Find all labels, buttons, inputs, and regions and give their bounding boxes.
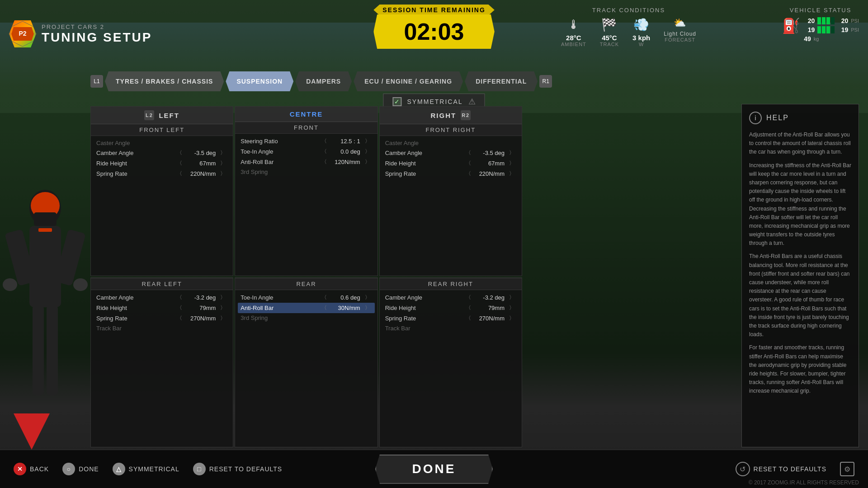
anti-roll-front-row[interactable]: Anti-Roll Bar 〈 120N/mm 〉 [241, 158, 372, 166]
svg-point-8 [3, 278, 17, 291]
sym-label: SYMMETRICAL [407, 98, 462, 105]
character-silhouette [0, 181, 90, 452]
track-bar-left-row: Track Bar [96, 325, 227, 332]
logo-title: TUNING SETUP [42, 30, 152, 45]
toe-in-front-value: 0.0 deg [329, 148, 360, 155]
back-button-icon: ✕ [14, 463, 26, 475]
nav-right-btn[interactable]: R1 [539, 75, 552, 88]
forecast: ⛅ Light Cloud FORECAST [664, 17, 696, 42]
logo-icon: P2 [9, 20, 36, 47]
panel-rear-right: REAR RIGHT Camber Angle 〈 -3.2 deg 〉 Rid… [379, 277, 522, 447]
session-time: 02:03 [373, 14, 495, 49]
weight-val: 49 [804, 35, 811, 42]
spring-rate-rear-left-row[interactable]: Spring Rate 〈 270N/mm 〉 [96, 314, 227, 322]
svg-text:P2: P2 [19, 30, 26, 37]
back-label: BACK [30, 465, 49, 473]
panel-left-header: L2 LEFT [91, 107, 233, 124]
logo-subtitle: PROJECT CARS 2 [42, 23, 152, 30]
rear-left-content: Camber Angle 〈 -3.2 deg 〉 Ride Height 〈 … [91, 290, 233, 447]
steering-ratio-row[interactable]: Steering Ratio 〈 12.5 : 1 〉 [241, 137, 372, 145]
arb-front-arrow-l: 〈 [321, 158, 327, 166]
camber-left-value: -3.5 deg [184, 150, 216, 156]
help-title: HELP [766, 114, 789, 122]
nav-left-btn[interactable]: L1 [90, 75, 103, 88]
panel-front-right: RIGHT R2 FRONT RIGHT Caster Angle Camber… [379, 106, 522, 276]
tab-dampers[interactable]: DAMPERS [295, 71, 352, 91]
track-conditions-title: TRACK CONDITIONS [592, 7, 665, 14]
tab-differential[interactable]: DIFFERENTIAL [465, 71, 538, 91]
done-button[interactable]: DONE [375, 455, 493, 484]
rear-centre-content: Toe-In Angle 〈 0.6 deg 〉 Anti-Roll Bar 〈… [235, 290, 377, 447]
camber-right-value: -3.5 deg [473, 150, 505, 156]
spring-left-arrow-l: 〈 [177, 170, 182, 178]
front-right-content: Caster Angle Camber Angle 〈 -3.5 deg 〉 R… [380, 136, 522, 276]
tab-tyres[interactable]: TYRES / BRAKES / CHASSIS [105, 71, 224, 91]
camber-rear-left-row[interactable]: Camber Angle 〈 -3.2 deg 〉 [96, 294, 227, 301]
tab-suspension[interactable]: SUSPENSION [226, 71, 293, 91]
sym-checkbox[interactable]: ✓ [392, 97, 401, 106]
spring-rate-rear-right-row[interactable]: Spring Rate 〈 270N/mm 〉 [385, 314, 516, 322]
toe-rear-arrow-r: 〉 [365, 294, 370, 301]
bar-seg-4 [831, 17, 835, 24]
ride-height-left-row[interactable]: Ride Height 〈 67mm 〉 [96, 160, 227, 167]
forecast-sublabel: FORECAST [665, 37, 695, 42]
3rd-spring-rear-label: 3rd Spring [241, 314, 372, 321]
back-action[interactable]: ✕ BACK [14, 463, 49, 475]
tab-ecu[interactable]: ECU / ENGINE / GEARING [354, 71, 463, 91]
fuel-icon: ⛽ [782, 17, 800, 34]
steering-ratio-label: Steering Ratio [241, 138, 319, 145]
panel-front-left: L2 LEFT FRONT LEFT Caster Angle Camber A… [90, 106, 233, 276]
symmetrical-action[interactable]: △ SYMMETRICAL [113, 463, 179, 475]
track-conditions-row: 🌡 28°C AMBIENT 🏁 45°C TRACK 💨 3 kph W ⛅ … [561, 17, 696, 47]
ride-height-rear-left-row[interactable]: Ride Height 〈 79mm 〉 [96, 304, 227, 312]
right-badge: R2 [461, 110, 471, 120]
camber-rear-right-row[interactable]: Camber Angle 〈 -3.2 deg 〉 [385, 294, 516, 301]
track-bar-right-label: Track Bar [385, 325, 516, 332]
panel-rear-left: REAR LEFT Camber Angle 〈 -3.2 deg 〉 Ride… [90, 277, 233, 447]
anti-roll-rear-row[interactable]: Anti-Roll Bar 〈 30N/mm 〉 [238, 303, 374, 313]
done-action-left[interactable]: ○ DONE [62, 463, 99, 475]
ride-height-rear-right-row[interactable]: Ride Height 〈 79mm 〉 [385, 304, 516, 312]
ride-rl-arrow-l: 〈 [177, 304, 182, 312]
camber-angle-right-row[interactable]: Camber Angle 〈 -3.5 deg 〉 [385, 149, 516, 157]
settings-icon[interactable]: ⚙ [840, 462, 854, 476]
cloud-icon: ⛅ [674, 17, 686, 29]
ride-height-left-value: 67mm [184, 160, 216, 167]
right-header-label: RIGHT [430, 112, 456, 119]
camber-angle-left-row[interactable]: Camber Angle 〈 -3.5 deg 〉 [96, 149, 227, 157]
wind-dir: W [639, 42, 644, 47]
help-paragraph-1: Adjustment of the Anti-Roll Bar allows y… [749, 131, 851, 157]
toe-front-arrow-l: 〈 [321, 148, 327, 155]
spring-rate-left-value: 220N/mm [184, 170, 216, 177]
toe-in-front-row[interactable]: Toe-In Angle 〈 0.0 deg 〉 [241, 148, 372, 155]
wind-icon: 💨 [633, 17, 649, 32]
help-paragraph-2: Increasing the stiffness of the Anti-Rol… [749, 161, 851, 248]
reset-action-left[interactable]: □ RESET TO DEFAULTS [193, 463, 282, 475]
front-pressure-row: 20 20 PSI [804, 17, 859, 24]
toe-in-rear-row[interactable]: Toe-In Angle 〈 0.6 deg 〉 [241, 294, 372, 301]
ride-height-right-row[interactable]: Ride Height 〈 67mm 〉 [385, 160, 516, 167]
reset-defaults-action[interactable]: ↺ RESET TO DEFAULTS [736, 462, 826, 476]
camber-rl-arrow-l: 〈 [177, 294, 182, 301]
camber-left-arrow-l: 〈 [177, 149, 182, 157]
bar-seg-5 [817, 26, 821, 33]
anti-roll-rear-label: Anti-Roll Bar [241, 305, 319, 311]
sym-icon: ⚠ [468, 97, 476, 107]
spring-rate-left-row[interactable]: Spring Rate 〈 220N/mm 〉 [96, 170, 227, 178]
nav-tabs: L1 TYRES / BRAKES / CHASSIS SUSPENSION D… [90, 70, 859, 93]
bottom-bar: ✕ BACK ○ DONE △ SYMMETRICAL □ RESET TO D… [0, 450, 868, 488]
header: P2 PROJECT CARS 2 TUNING SETUP SESSION T… [0, 0, 868, 68]
reset-defaults-icon: ↺ [736, 462, 750, 476]
track-bar-left-label: Track Bar [96, 325, 227, 332]
centre-header-label: CENTRE [290, 110, 323, 118]
spring-rate-right-row[interactable]: Spring Rate 〈 220N/mm 〉 [385, 170, 516, 178]
ride-left-arrow-r: 〉 [220, 160, 226, 167]
help-text-content: Adjustment of the Anti-Roll Bar allows y… [749, 131, 851, 395]
ride-right-arrow-r: 〉 [509, 160, 514, 167]
front-psi2-val: 19 [804, 26, 815, 33]
steering-ratio-value: 12.5 : 1 [329, 138, 360, 145]
ride-height-rl-label: Ride Height [96, 305, 175, 311]
spring-rate-left-label: Spring Rate [96, 170, 175, 177]
camber-rr-label: Camber Angle [385, 294, 464, 301]
sym-button-icon: △ [113, 463, 125, 475]
